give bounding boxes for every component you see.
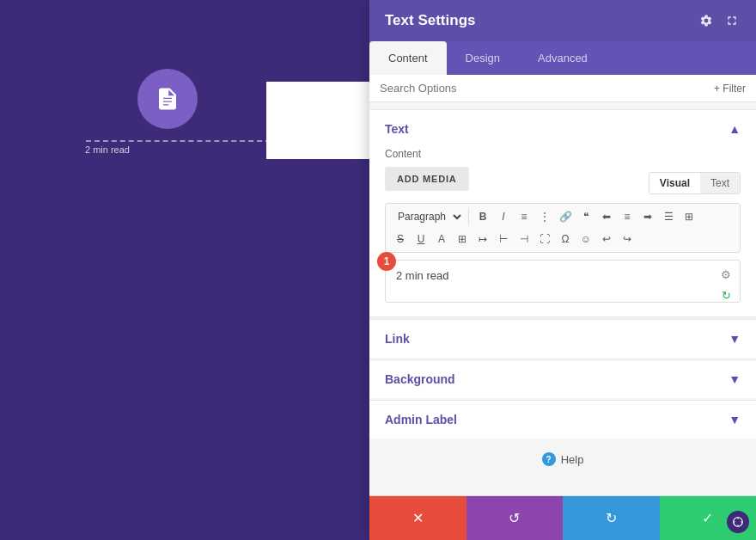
text-section-chevron: ▲ xyxy=(729,122,741,136)
fullscreen-button[interactable]: ⛶ xyxy=(535,230,554,249)
text-section-content: Content ADD MEDIA Visual Text Paragraph … xyxy=(369,148,756,316)
search-input[interactable] xyxy=(380,82,714,95)
link-section: Link ▼ xyxy=(369,319,756,358)
align-left-button[interactable]: ⬅ xyxy=(597,207,616,226)
admin-label-section-chevron: ▼ xyxy=(729,413,741,426)
accessibility-handle[interactable] xyxy=(727,511,749,533)
editor-area[interactable]: 1 2 min read ⚙ ↻ xyxy=(385,260,741,303)
add-media-button[interactable]: ADD MEDIA xyxy=(385,167,469,191)
special-char-button[interactable]: Ω xyxy=(556,230,575,249)
canvas-card xyxy=(266,82,378,159)
panel-title: Text Settings xyxy=(385,12,475,29)
italic-button[interactable]: I xyxy=(494,207,513,226)
admin-label-section-title: Admin Label xyxy=(385,413,457,426)
canvas-min-read-label: 2 min read xyxy=(85,144,130,155)
expand-icon[interactable] xyxy=(723,12,741,29)
link-button[interactable]: 🔗 xyxy=(556,207,575,226)
help-section: ? Help xyxy=(369,439,756,480)
text-button[interactable]: Text xyxy=(700,173,740,193)
editor-content: 2 min read xyxy=(396,269,448,282)
tab-design[interactable]: Design xyxy=(447,41,519,75)
reset-button[interactable]: ↺ xyxy=(466,496,564,540)
editor-settings-icon[interactable]: ⚙ xyxy=(717,266,735,283)
background-section-header[interactable]: Background ▼ xyxy=(369,360,756,398)
search-bar: + Filter xyxy=(369,75,756,102)
panel-footer: ✕ ↺ ↻ ✓ xyxy=(369,495,756,540)
toolbar-separator-1 xyxy=(468,209,469,224)
text-section-title: Text xyxy=(385,122,409,136)
visual-text-toggle: Visual Text xyxy=(649,172,741,194)
visual-button[interactable]: Visual xyxy=(649,173,700,193)
panel-body: Text ▲ Content ADD MEDIA Visual Text Par… xyxy=(369,102,756,495)
align-justify-button[interactable]: ☰ xyxy=(659,207,678,226)
help-icon: ? xyxy=(542,452,556,466)
editor-toolbar-row: ADD MEDIA Visual Text xyxy=(385,167,741,199)
indent-right-button[interactable]: ⊣ xyxy=(515,230,533,249)
tab-content[interactable]: Content xyxy=(369,41,447,75)
background-section-chevron: ▼ xyxy=(729,372,741,386)
bold-button[interactable]: B xyxy=(473,207,492,226)
admin-label-section-header[interactable]: Admin Label ▼ xyxy=(369,401,756,439)
redo-button[interactable]: ↻ xyxy=(563,496,660,540)
content-label: Content xyxy=(385,148,741,160)
align-center-button[interactable]: ≡ xyxy=(618,207,637,226)
blockquote-button[interactable]: ❝ xyxy=(576,207,595,226)
editor-tools-right: ⚙ ↻ xyxy=(717,266,735,304)
align-right-button[interactable]: ➡ xyxy=(638,207,657,226)
text-section: Text ▲ Content ADD MEDIA Visual Text Par… xyxy=(369,109,756,317)
format-button[interactable]: ⊞ xyxy=(453,230,472,249)
help-label[interactable]: Help xyxy=(561,453,584,466)
link-section-chevron: ▼ xyxy=(729,332,741,346)
tab-advanced[interactable]: Advanced xyxy=(519,41,607,75)
indent-button[interactable]: ↦ xyxy=(473,230,492,249)
link-section-title: Link xyxy=(385,332,410,346)
filter-button[interactable]: + Filter xyxy=(714,83,746,95)
underline-button[interactable]: U xyxy=(412,230,430,249)
cancel-button[interactable]: ✕ xyxy=(369,496,466,540)
font-color-button[interactable]: A xyxy=(432,230,451,249)
table-button[interactable]: ⊞ xyxy=(680,207,698,226)
unordered-list-button[interactable]: ≡ xyxy=(515,207,533,226)
admin-label-section: Admin Label ▼ xyxy=(369,400,756,439)
redo-editor-button[interactable]: ↪ xyxy=(618,230,637,249)
step-badge: 1 xyxy=(377,252,396,271)
emoji-button[interactable]: ☺ xyxy=(576,230,595,249)
rich-toolbar: Paragraph B I ≡ ⋮ 🔗 ❝ ⬅ ≡ ➡ ☰ ⊞ S xyxy=(385,203,741,253)
background-section: Background ▼ xyxy=(369,359,756,398)
panel-header-icons xyxy=(698,12,741,29)
undo-button[interactable]: ↩ xyxy=(597,230,616,249)
ordered-list-button[interactable]: ⋮ xyxy=(535,207,554,226)
canvas-module-icon xyxy=(137,69,198,129)
settings-panel: Text Settings Content Design Advanced + … xyxy=(369,0,756,540)
settings-icon[interactable] xyxy=(698,12,715,29)
paragraph-select[interactable]: Paragraph xyxy=(391,208,464,225)
link-section-header[interactable]: Link ▼ xyxy=(369,320,756,358)
canvas-dashed-line xyxy=(86,140,271,142)
strikethrough-button[interactable]: S xyxy=(391,230,410,249)
background-section-title: Background xyxy=(385,372,455,386)
panel-header: Text Settings xyxy=(369,0,756,41)
indent-left-button[interactable]: ⊢ xyxy=(494,230,513,249)
canvas-background: 2 min read xyxy=(0,0,378,540)
panel-tabs: Content Design Advanced xyxy=(369,41,756,75)
editor-sync-icon[interactable]: ↻ xyxy=(717,286,735,304)
text-section-header[interactable]: Text ▲ xyxy=(369,110,756,148)
